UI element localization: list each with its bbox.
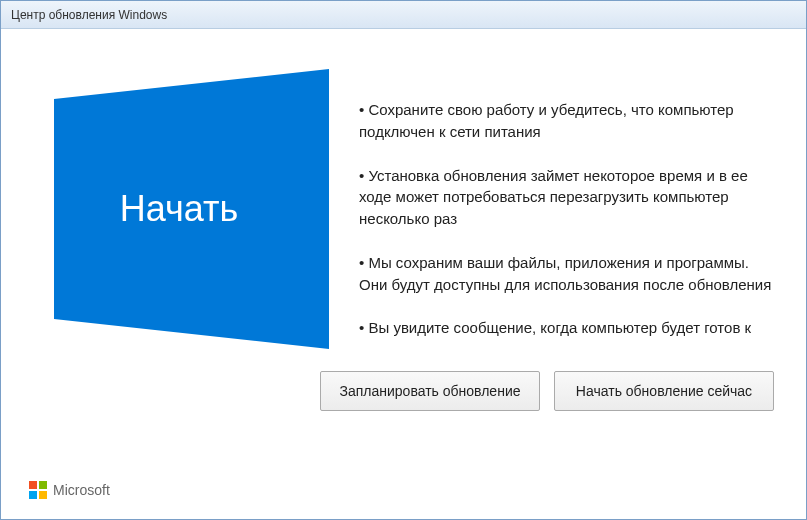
bullet-item: Сохраните свою работу и убедитесь, что к… — [359, 99, 778, 143]
content-area: Начать Сохраните свою работу и убедитесь… — [1, 29, 806, 519]
hero-panel: Начать — [29, 69, 329, 349]
microsoft-logo-icon — [29, 481, 47, 499]
bullet-text: Вы увидите сообщение, когда компьютер бу… — [368, 319, 751, 336]
titlebar[interactable]: Центр обновления Windows — [1, 1, 806, 29]
start-now-button[interactable]: Начать обновление сейчас — [554, 371, 774, 411]
brand-text: Microsoft — [53, 482, 110, 498]
footer-logo: Microsoft — [29, 481, 110, 499]
bullet-text: Сохраните свою работу и убедитесь, что к… — [359, 101, 734, 140]
bullet-item: Установка обновления займет некоторое вр… — [359, 165, 778, 230]
bullets-list: Сохраните свою работу и убедитесь, что к… — [359, 69, 778, 361]
bullet-text: Мы сохраним ваши файлы, приложения и про… — [359, 254, 771, 293]
hero-heading: Начать — [120, 188, 238, 230]
buttons-row: Запланировать обновление Начать обновлен… — [29, 371, 778, 411]
schedule-button[interactable]: Запланировать обновление — [320, 371, 540, 411]
bullet-item: Вы увидите сообщение, когда компьютер бу… — [359, 317, 778, 339]
bullet-item: Мы сохраним ваши файлы, приложения и про… — [359, 252, 778, 296]
window-title: Центр обновления Windows — [11, 8, 167, 22]
bullet-text: Установка обновления займет некоторое вр… — [359, 167, 748, 228]
main-row: Начать Сохраните свою работу и убедитесь… — [29, 69, 778, 361]
window-frame: Центр обновления Windows Начать Сохранит… — [0, 0, 807, 520]
